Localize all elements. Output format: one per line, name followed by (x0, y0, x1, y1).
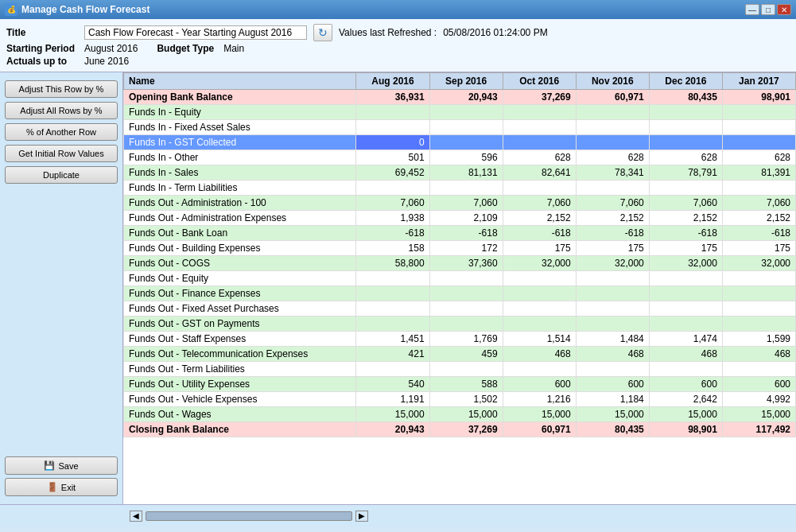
table-row[interactable]: Funds In - Sales69,45281,13182,64178,341… (124, 165, 796, 181)
row-value-cell[interactable] (722, 271, 795, 286)
row-value-cell[interactable] (356, 105, 429, 120)
row-value-cell[interactable] (576, 316, 649, 332)
adjust-all-rows-button[interactable]: Adjust All Rows by % (5, 102, 118, 119)
row-value-cell[interactable] (576, 120, 649, 135)
row-value-cell[interactable] (356, 181, 429, 196)
table-row[interactable]: Funds Out - Finance Expenses (124, 286, 796, 301)
row-value-cell[interactable] (503, 135, 576, 150)
row-value-cell[interactable]: 1,769 (429, 332, 503, 347)
row-value-cell[interactable]: 36,931 (356, 90, 429, 105)
row-value-cell[interactable] (503, 301, 576, 316)
table-row[interactable]: Funds Out - Staff Expenses1,4511,7691,51… (124, 332, 796, 347)
horizontal-scrollbar-thumb[interactable] (146, 511, 352, 521)
row-value-cell[interactable] (576, 271, 649, 286)
row-value-cell[interactable]: 117,492 (722, 422, 795, 437)
row-value-cell[interactable]: 82,641 (503, 165, 576, 181)
bottom-scrollbar[interactable]: ◀ ▶ (0, 504, 796, 526)
row-value-cell[interactable] (429, 362, 503, 377)
table-row[interactable]: Funds Out - Telecommunication Expenses42… (124, 347, 796, 362)
row-value-cell[interactable] (649, 120, 722, 135)
row-value-cell[interactable]: 15,000 (576, 407, 649, 422)
row-value-cell[interactable] (356, 271, 429, 286)
row-value-cell[interactable]: -618 (356, 226, 429, 241)
row-value-cell[interactable]: -618 (503, 226, 576, 241)
row-value-cell[interactable] (356, 286, 429, 301)
row-value-cell[interactable]: 628 (649, 150, 722, 165)
row-value-cell[interactable]: 1,184 (576, 392, 649, 407)
row-value-cell[interactable] (429, 105, 503, 120)
row-value-cell[interactable]: 468 (503, 347, 576, 362)
row-value-cell[interactable]: 158 (356, 241, 429, 256)
row-value-cell[interactable] (429, 316, 503, 332)
row-value-cell[interactable]: 15,000 (356, 407, 429, 422)
row-value-cell[interactable] (576, 105, 649, 120)
row-value-cell[interactable] (649, 316, 722, 332)
table-row[interactable]: Funds Out - Fixed Asset Purchases (124, 301, 796, 316)
table-row[interactable]: Funds In - Term Liabilities (124, 181, 796, 196)
row-value-cell[interactable]: 1,514 (503, 332, 576, 347)
row-value-cell[interactable]: 540 (356, 377, 429, 392)
row-value-cell[interactable] (503, 181, 576, 196)
row-value-cell[interactable]: 7,060 (429, 196, 503, 211)
row-value-cell[interactable]: 501 (356, 150, 429, 165)
row-value-cell[interactable]: 80,435 (649, 90, 722, 105)
table-row[interactable]: Funds Out - COGS58,80037,36032,00032,000… (124, 256, 796, 271)
row-value-cell[interactable]: 600 (503, 377, 576, 392)
row-value-cell[interactable] (356, 301, 429, 316)
row-value-cell[interactable]: 600 (722, 377, 795, 392)
row-value-cell[interactable]: 2,109 (429, 211, 503, 226)
scroll-left-button[interactable]: ◀ (130, 511, 142, 522)
table-row[interactable]: Closing Bank Balance20,94337,26960,97180… (124, 422, 796, 437)
row-value-cell[interactable]: 2,152 (649, 211, 722, 226)
row-value-cell[interactable] (649, 362, 722, 377)
row-value-cell[interactable]: 588 (429, 377, 503, 392)
row-value-cell[interactable] (722, 286, 795, 301)
row-value-cell[interactable]: 2,642 (649, 392, 722, 407)
row-value-cell[interactable]: 20,943 (356, 422, 429, 437)
table-row[interactable]: Funds In - Fixed Asset Sales (124, 120, 796, 135)
row-value-cell[interactable]: 60,971 (576, 90, 649, 105)
table-row[interactable]: Funds Out - GST on Payments (124, 316, 796, 332)
row-value-cell[interactable]: 32,000 (649, 256, 722, 271)
row-value-cell[interactable] (576, 181, 649, 196)
row-value-cell[interactable] (503, 271, 576, 286)
row-value-cell[interactable]: -618 (722, 226, 795, 241)
row-value-cell[interactable] (722, 120, 795, 135)
minimize-button[interactable]: — (745, 4, 759, 15)
row-value-cell[interactable] (722, 362, 795, 377)
row-value-cell[interactable]: 32,000 (722, 256, 795, 271)
table-row[interactable]: Funds Out - Building Expenses15817217517… (124, 241, 796, 256)
row-value-cell[interactable]: 78,791 (649, 165, 722, 181)
row-value-cell[interactable]: 15,000 (649, 407, 722, 422)
row-value-cell[interactable]: 37,269 (429, 422, 503, 437)
table-row[interactable]: Funds Out - Administration Expenses1,938… (124, 211, 796, 226)
row-value-cell[interactable]: 1,191 (356, 392, 429, 407)
title-input[interactable] (84, 25, 307, 40)
row-value-cell[interactable] (429, 301, 503, 316)
row-value-cell[interactable]: 1,484 (576, 332, 649, 347)
row-value-cell[interactable]: 80,435 (576, 422, 649, 437)
row-value-cell[interactable] (722, 301, 795, 316)
table-row[interactable]: Funds Out - Utility Expenses540588600600… (124, 377, 796, 392)
row-value-cell[interactable]: 175 (503, 241, 576, 256)
row-value-cell[interactable]: 459 (429, 347, 503, 362)
row-value-cell[interactable] (576, 301, 649, 316)
row-value-cell[interactable]: 468 (649, 347, 722, 362)
row-value-cell[interactable]: 98,901 (722, 90, 795, 105)
exit-button[interactable]: 🚪 Exit (5, 478, 118, 496)
row-value-cell[interactable]: 596 (429, 150, 503, 165)
row-value-cell[interactable] (649, 286, 722, 301)
row-value-cell[interactable]: 421 (356, 347, 429, 362)
table-row[interactable]: Funds In - Other501596628628628628 (124, 150, 796, 165)
row-value-cell[interactable] (576, 135, 649, 150)
row-value-cell[interactable]: 175 (649, 241, 722, 256)
row-value-cell[interactable]: 468 (576, 347, 649, 362)
row-value-cell[interactable] (356, 362, 429, 377)
row-value-cell[interactable]: 78,341 (576, 165, 649, 181)
table-container[interactable]: Name Aug 2016 Sep 2016 Oct 2016 Nov 2016… (123, 72, 796, 504)
row-value-cell[interactable] (649, 181, 722, 196)
row-value-cell[interactable]: 1,502 (429, 392, 503, 407)
row-value-cell[interactable]: 7,060 (503, 196, 576, 211)
row-value-cell[interactable]: 15,000 (503, 407, 576, 422)
get-initial-row-values-button[interactable]: Get Initial Row Values (5, 145, 118, 162)
